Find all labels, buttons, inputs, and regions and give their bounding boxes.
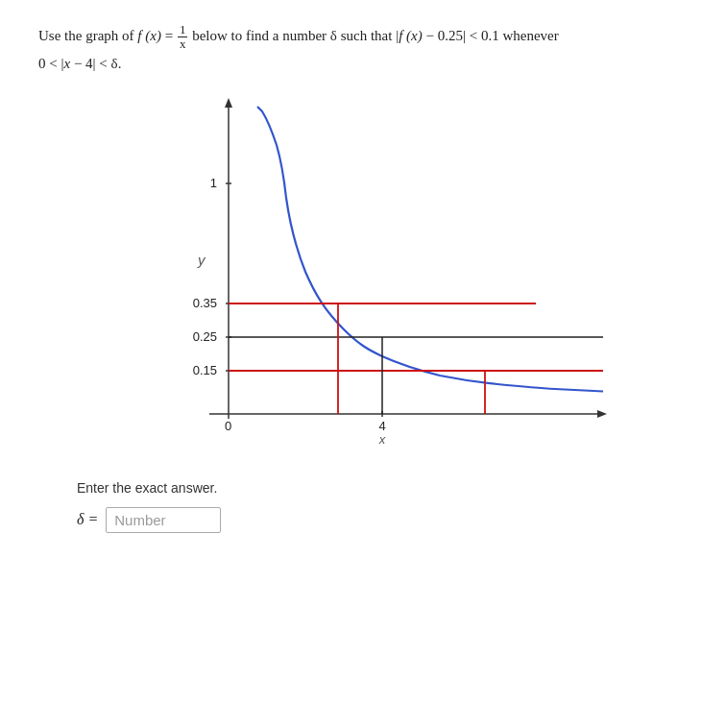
svg-text:1: 1 [210,176,217,190]
problem-line2: 0 < |x − 4| < δ. [38,56,121,71]
problem-line1: Use the graph of f (x) = 1x below to fin… [38,28,559,43]
svg-text:4: 4 [378,419,385,433]
svg-text:0.25: 0.25 [193,329,217,344]
instruction-text: Enter the exact answer. [77,480,688,496]
graph-area: 1 0.35 0.25 0.15 y 0 4 x [113,92,613,457]
svg-marker-3 [597,410,607,418]
svg-text:y: y [197,252,206,268]
delta-row: δ = [77,507,688,533]
problem-text: Use the graph of f (x) = 1x below to fin… [38,23,688,75]
svg-text:0.35: 0.35 [193,296,217,310]
svg-text:0.15: 0.15 [193,363,217,377]
svg-text:0: 0 [225,419,231,433]
svg-text:x: x [378,432,386,447]
graph-svg: 1 0.35 0.25 0.15 y 0 4 x [113,92,613,457]
func-fraction: 1x [178,23,188,52]
answer-section: Enter the exact answer. δ = [77,480,688,533]
func-var: x [150,28,157,43]
delta-label: δ = [77,511,98,528]
func-name: f [137,28,141,43]
delta-input[interactable] [106,507,221,533]
svg-marker-2 [225,98,232,108]
